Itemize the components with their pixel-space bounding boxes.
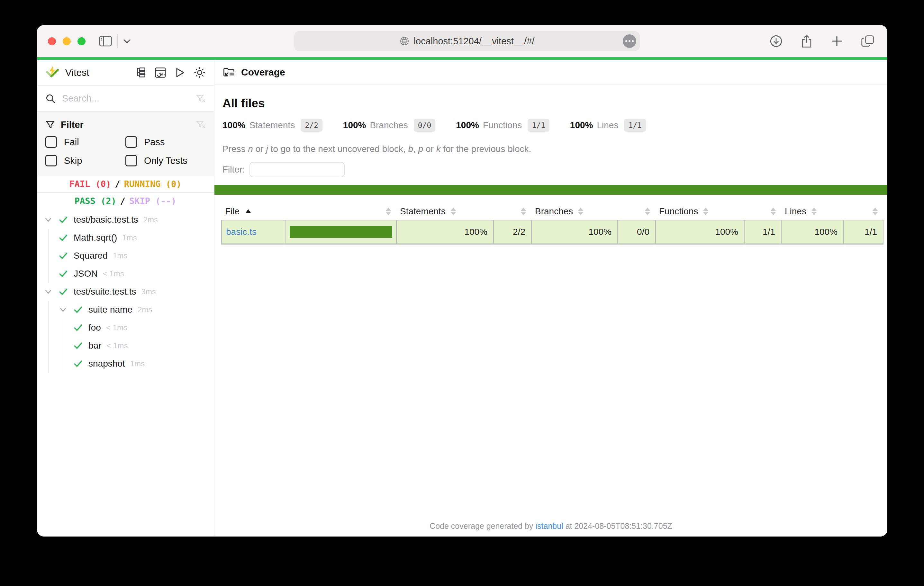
column-header-file[interactable]: File [221,206,285,217]
filter-option-skip[interactable]: Skip [45,155,125,166]
table-row: basic.ts100%2/2100%0/0100%1/1100%1/1 [221,220,883,245]
hint-key: p [418,144,423,154]
test-tree-row[interactable]: JSON< 1ms [37,265,214,283]
sort-arrows-icon[interactable] [873,207,878,215]
coverage-stat-functions: 100%Functions1/1 [456,119,549,132]
filter-option-label: Only Tests [144,155,187,166]
tab-overview-icon[interactable] [861,35,874,48]
test-summary: FAIL (0) / RUNNING (0) PASS (2) / SKIP (… [37,175,214,209]
coverage-value-cell: 100% [656,220,744,245]
stat-percent: 100% [343,120,366,130]
column-header-lines[interactable]: Lines [782,206,844,217]
test-name: test/basic.test.ts [74,215,138,225]
coverage-value-cell: 1/1 [844,220,883,245]
coverage-header: Coverage [214,60,887,85]
sort-arrows-icon[interactable] [645,207,650,215]
clear-filters-icon[interactable] [196,120,205,130]
column-header-lines-fraction[interactable] [844,207,883,215]
coverage-filter-input[interactable] [249,162,345,177]
coverage-bar-fill [290,226,392,238]
sort-arrows-icon[interactable] [703,207,708,215]
coverage-stat-statements: 100%Statements2/2 [223,119,322,132]
column-header-functions-fraction[interactable] [744,207,782,215]
coverage-stat-lines: 100%Lines1/1 [570,119,646,132]
file-link[interactable]: basic.ts [226,227,257,237]
filter-option-label: Pass [144,137,165,148]
column-header-branches[interactable]: Branches [532,206,618,217]
test-tree-row[interactable]: bar< 1ms [37,337,214,355]
tree-indent-guide [43,247,53,265]
pass-count: PASS (2) [74,196,116,206]
stat-fraction-badge: 0/0 [414,119,436,132]
zoom-window-button[interactable] [78,37,86,45]
test-tree-row[interactable]: Squared1ms [37,247,214,265]
test-tree-row[interactable]: test/suite.test.ts3ms [37,283,214,301]
test-tree-row[interactable]: Math.sqrt()1ms [37,229,214,247]
address-bar[interactable]: localhost:51204/__vitest__/#/ [294,31,640,51]
close-window-button[interactable] [48,37,56,45]
sort-arrows-icon[interactable] [451,207,456,215]
stat-percent: 100% [456,120,479,130]
test-name: suite name [88,305,132,315]
stat-percent: 100% [570,120,593,130]
test-pass-check-icon [58,215,68,225]
page-options-button[interactable] [623,35,636,48]
coverage-value-cell: 0/0 [618,220,656,245]
checkbox[interactable] [125,136,137,148]
theme-toggle-sun-icon[interactable] [194,67,205,78]
test-tree-row[interactable]: snapshot1ms [37,355,214,373]
coverage-value-cell: 100% [397,220,494,245]
minimize-window-button[interactable] [63,37,71,45]
chevron-down-icon[interactable] [43,283,53,301]
checkbox[interactable] [125,155,137,166]
test-explorer-icon[interactable] [135,67,146,78]
coverage-filter-label: Filter: [223,165,245,175]
checkbox[interactable] [45,155,57,166]
sort-ascending-icon [245,209,251,213]
chevron-down-icon[interactable] [123,39,131,44]
test-tree-row[interactable]: test/basic.test.ts2ms [37,211,214,229]
column-header-statements[interactable]: Statements [397,206,494,217]
sort-arrows-icon[interactable] [812,207,817,215]
chevron-down-icon[interactable] [43,211,53,229]
tree-indent-guide [58,319,68,337]
column-header-branches-fraction[interactable] [618,207,656,215]
sidebar-toggle-icon[interactable] [99,36,112,46]
filter-option-pass[interactable]: Pass [125,136,205,148]
test-pass-check-icon [58,250,68,261]
hint-key: k [436,144,441,154]
test-tree-row[interactable]: suite name2ms [37,301,214,319]
column-header-graph[interactable] [285,207,397,215]
hint-text: or [423,144,436,154]
test-tree: test/basic.test.ts2msMath.sqrt()1msSquar… [37,209,214,373]
globe-icon [399,36,409,46]
dashboard-icon[interactable] [155,67,166,78]
new-tab-icon[interactable] [831,35,843,47]
test-tree-row[interactable]: foo< 1ms [37,319,214,337]
search-input[interactable] [61,93,190,104]
stat-label: Lines [597,120,618,130]
filter-option-only-tests[interactable]: Only Tests [125,155,205,166]
column-header-functions[interactable]: Functions [656,206,744,217]
filter-options: FailPassSkipOnly Tests [45,136,205,166]
share-icon[interactable] [800,34,813,48]
test-duration: < 1ms [106,323,127,332]
sort-arrows-icon[interactable] [386,207,391,215]
coverage-title: Coverage [241,67,285,78]
toolbar-divider [117,34,118,48]
test-duration: 3ms [142,287,156,296]
sort-arrows-icon[interactable] [578,207,583,215]
checkbox[interactable] [45,136,57,148]
chevron-down-icon[interactable] [58,301,68,319]
filter-option-fail[interactable]: Fail [45,136,125,148]
run-all-icon[interactable] [175,67,185,78]
clear-search-filter-icon[interactable] [196,94,205,104]
sort-arrows-icon[interactable] [771,207,776,215]
sort-arrows-icon[interactable] [521,207,526,215]
test-duration: 2ms [138,305,152,314]
stat-label: Branches [370,120,408,130]
istanbul-link[interactable]: istanbul [536,522,563,530]
downloads-icon[interactable] [770,35,782,48]
test-duration: 1ms [130,359,145,368]
column-header-statements-fraction[interactable] [494,207,532,215]
